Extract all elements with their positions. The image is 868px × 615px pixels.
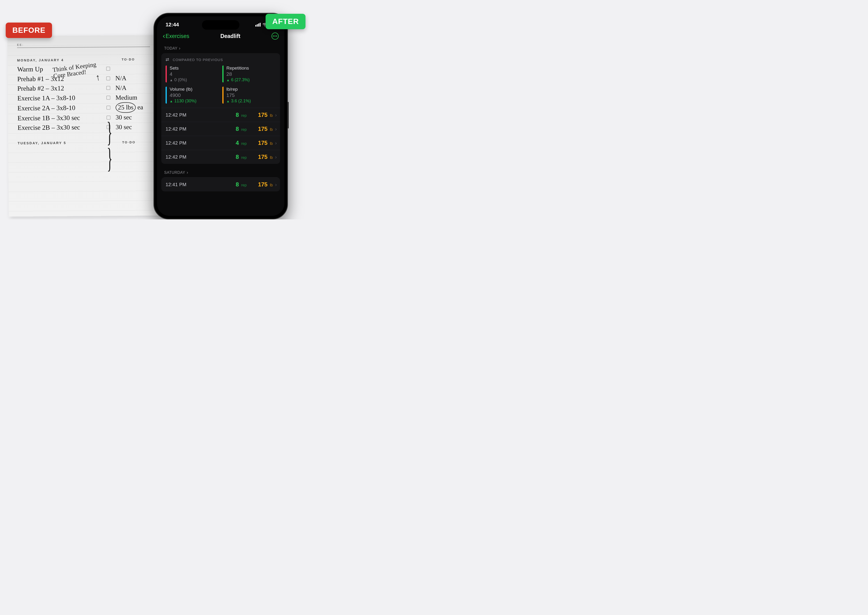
- dynamic-island: [202, 20, 239, 30]
- before-badge: BEFORE: [6, 23, 52, 38]
- checkbox-icon: [106, 76, 110, 80]
- status-time: 12:44: [166, 22, 179, 28]
- checkbox-icon: [113, 150, 155, 150]
- stats-grid: Sets4▲ 0 (0%)Repetitions28▲ 6 (27.3%)Vol…: [161, 66, 280, 108]
- row-text: Exercise 1A – 3x8-10: [17, 93, 106, 103]
- brace-icon: }: [107, 122, 113, 142]
- set-time: 12:41 PM: [166, 182, 226, 187]
- stat-value: 4900: [170, 92, 197, 98]
- chevron-right-icon: ›: [275, 182, 277, 187]
- ellipsis-icon: •••: [273, 34, 277, 38]
- stat-delta: ▲ 1130 (30%): [170, 98, 197, 103]
- phone-screen: 12:44 ‹ Exercises Deadlift ••• TODAY › ⇄: [157, 16, 284, 216]
- set-time: 12:42 PM: [166, 112, 226, 118]
- planner-header-fragment: EE:: [17, 42, 154, 47]
- set-time: 12:42 PM: [166, 140, 226, 146]
- checkbox-icon: [106, 106, 110, 109]
- phone-frame: 12:44 ‹ Exercises Deadlift ••• TODAY › ⇄: [153, 13, 288, 219]
- todo-label: TO·DO: [122, 140, 135, 144]
- section-header-today[interactable]: TODAY ›: [157, 44, 284, 53]
- after-badge: AFTER: [266, 14, 305, 29]
- triangle-up-icon: ▲: [170, 78, 173, 82]
- brace-icon: }: [107, 148, 113, 168]
- stat-label: Sets: [170, 66, 187, 71]
- set-reps: 8 rep: [226, 126, 247, 132]
- stat-volume: Volume (lb)4900▲ 1130 (30%): [166, 87, 219, 103]
- stat-delta: ▲ 3.6 (2.1%): [227, 98, 251, 103]
- chevron-right-icon: ›: [275, 126, 277, 132]
- row-text: Exercise 2A – 3x8-10: [17, 103, 106, 113]
- day-header: MONDAY, JANUARY 4 TO·DO: [17, 58, 154, 62]
- page-title: Deadlift: [221, 33, 241, 39]
- section-label-text: TODAY: [164, 46, 177, 51]
- set-row[interactable]: 12:42 PM4 rep175 lb›: [161, 136, 280, 150]
- stat-sets: Sets4▲ 0 (0%): [166, 66, 219, 83]
- row-value: 30 sec: [116, 122, 132, 132]
- triangle-up-icon: ▲: [227, 78, 230, 82]
- stat-value: 28: [227, 71, 250, 77]
- row-text: Prehab #2 – 3x12: [17, 83, 106, 94]
- set-row[interactable]: 12:42 PM8 rep175 lb›: [161, 150, 280, 164]
- day-label: MONDAY, JANUARY 4: [17, 58, 64, 62]
- section-header-saturday[interactable]: SATURDAY ›: [157, 168, 284, 177]
- handwritten-row: Exercise 2A – 3x8-1025 lbs ea: [17, 102, 154, 113]
- checkbox-icon: [106, 86, 110, 90]
- empty-checkbox-column: [18, 150, 155, 151]
- set-reps: 8 rep: [226, 154, 247, 160]
- stat-value: 4: [170, 71, 187, 77]
- row-value: N/A: [115, 73, 127, 83]
- set-row[interactable]: 12:42 PM8 rep175 lb›: [161, 122, 280, 136]
- cellular-icon: [255, 23, 261, 27]
- stat-delta: ▲ 0 (0%): [170, 77, 187, 83]
- day-label: TUESDAY, JANUARY 5: [17, 141, 66, 145]
- notebook-paper: EE: Think of Keeping Core Braced! ↑ MOND…: [7, 35, 161, 217]
- checkbox-icon: [113, 150, 155, 150]
- checkbox-icon: [106, 67, 110, 71]
- stat-label: Volume (lb): [170, 87, 197, 92]
- set-reps: 8 rep: [226, 112, 247, 118]
- row-value: N/A: [116, 83, 127, 93]
- triangle-up-icon: ▲: [227, 99, 230, 103]
- nav-bar: ‹ Exercises Deadlift •••: [157, 29, 284, 44]
- row-value: Medium: [116, 93, 137, 102]
- row-text: Exercise 1B – 3x30 sec: [17, 113, 107, 123]
- phone-side-button: [288, 102, 289, 128]
- row-value: 30 sec: [116, 113, 132, 122]
- compare-label: COMPARED TO PREVIOUS: [173, 58, 223, 62]
- handwritten-row: Exercise 1A – 3x8-10Medium: [17, 93, 154, 103]
- set-reps: 4 rep: [226, 140, 247, 146]
- set-reps: 8 rep: [226, 181, 247, 188]
- saturday-card: 12:41 PM8 rep175 lb›: [161, 177, 280, 191]
- today-card: ⇄ COMPARED TO PREVIOUS Sets4▲ 0 (0%)Repe…: [161, 53, 280, 164]
- set-row[interactable]: 12:42 PM8 rep175 lb›: [161, 108, 280, 122]
- more-button[interactable]: •••: [272, 33, 278, 40]
- stat-value: 175: [227, 92, 251, 98]
- handwritten-row: Exercise 2B – 3x30 sec30 sec: [17, 122, 155, 133]
- set-row[interactable]: 12:41 PM8 rep175 lb›: [161, 177, 280, 191]
- compare-icon: ⇄: [166, 57, 169, 62]
- section-label-text: SATURDAY: [164, 170, 185, 175]
- chevron-right-icon: ›: [275, 155, 277, 160]
- todo-label: TO·DO: [122, 58, 135, 61]
- checkbox-icon: [106, 96, 110, 100]
- set-weight: 175 lb: [247, 126, 273, 132]
- stat-label: Repetitions: [227, 66, 250, 71]
- chevron-right-icon: ›: [179, 46, 181, 51]
- set-weight: 175 lb: [247, 154, 273, 160]
- handwritten-row: Prehab #2 – 3x12N/A: [17, 83, 154, 94]
- stat-lbrep: lb/rep175▲ 3.6 (2.1%): [222, 87, 276, 103]
- stat-reps: Repetitions28▲ 6 (27.3%): [222, 66, 276, 83]
- checkbox-icon: [113, 150, 155, 150]
- chevron-right-icon: ›: [275, 140, 277, 146]
- back-button[interactable]: ‹ Exercises: [163, 33, 189, 39]
- day-header: TUESDAY, JANUARY 5 TO·DO: [17, 140, 155, 145]
- compare-header: ⇄ COMPARED TO PREVIOUS: [161, 53, 280, 66]
- set-weight: 175 lb: [247, 112, 273, 118]
- triangle-up-icon: ▲: [170, 99, 173, 103]
- set-time: 12:42 PM: [166, 126, 226, 132]
- stat-label: lb/rep: [227, 87, 251, 92]
- chevron-right-icon: ›: [275, 112, 277, 118]
- row-value: 25 lbs ea: [116, 102, 143, 113]
- back-label: Exercises: [166, 33, 189, 39]
- set-weight: 175 lb: [247, 181, 273, 188]
